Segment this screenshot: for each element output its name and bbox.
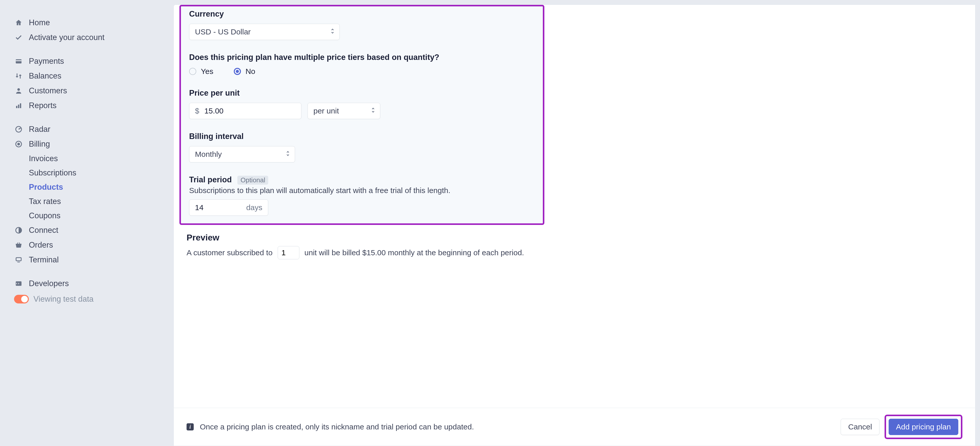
nav-radar[interactable]: Radar <box>14 122 161 136</box>
currency-symbol: $ <box>195 106 199 115</box>
add-pricing-plan-button[interactable]: Add pricing plan <box>889 419 958 435</box>
radio-label: No <box>245 67 255 76</box>
nav-reports[interactable]: Reports <box>14 98 161 113</box>
nav-balances[interactable]: Balances <box>14 68 161 83</box>
svg-rect-5 <box>20 103 21 108</box>
wallet-icon <box>14 57 23 66</box>
nav-home[interactable]: Home <box>14 15 161 30</box>
nav-activate[interactable]: Activate your account <box>14 30 161 45</box>
main-panel: Currency USD - US Dollar Does this prici… <box>173 5 975 446</box>
preview-title: Preview <box>186 233 963 243</box>
trial-label: Trial period <box>189 175 232 184</box>
currency-label: Currency <box>189 10 535 19</box>
preview-unit-input[interactable] <box>282 248 296 257</box>
sub-coupons[interactable]: Coupons <box>14 209 161 223</box>
billing-icon <box>14 140 23 149</box>
cancel-button[interactable]: Cancel <box>841 419 879 435</box>
radio-yes[interactable]: Yes <box>189 67 213 76</box>
preview-suffix: unit will be billed $15.00 monthly at th… <box>304 248 524 257</box>
svg-rect-11 <box>18 262 20 263</box>
price-input[interactable] <box>204 106 296 115</box>
chart-icon <box>14 101 23 110</box>
svg-rect-10 <box>16 257 21 261</box>
svg-point-8 <box>18 143 20 145</box>
info-icon: i <box>186 423 194 430</box>
nav-label: Reports <box>29 101 57 110</box>
submit-highlight: Add pricing plan <box>885 415 963 439</box>
test-mode-row: Viewing test data <box>14 291 161 307</box>
svg-rect-3 <box>16 106 18 108</box>
nav-label: Terminal <box>29 255 59 264</box>
nav-terminal[interactable]: Terminal <box>14 252 161 267</box>
preview-section: Preview A customer subscribed to unit wi… <box>174 225 975 264</box>
terminal-icon <box>14 256 23 264</box>
radio-icon <box>189 68 196 75</box>
basket-icon <box>14 241 23 250</box>
footer: i Once a pricing plan is created, only i… <box>174 408 975 446</box>
nav-label: Radar <box>29 125 50 134</box>
optional-badge: Optional <box>237 176 268 185</box>
radio-no[interactable]: No <box>234 67 255 76</box>
trial-help: Subscriptions to this plan will automati… <box>189 186 535 195</box>
nav-label: Home <box>29 18 50 27</box>
unit-select[interactable]: per unit <box>307 103 380 119</box>
nav-connect[interactable]: Connect <box>14 223 161 238</box>
sub-invoices[interactable]: Invoices <box>14 151 161 166</box>
test-mode-label: Viewing test data <box>33 295 94 304</box>
nav-orders[interactable]: Orders <box>14 238 161 252</box>
nav-label: Payments <box>29 57 64 66</box>
tiers-label: Does this pricing plan have multiple pri… <box>189 53 535 62</box>
nav-label: Connect <box>29 226 58 235</box>
code-icon <box>14 279 23 288</box>
connect-icon <box>14 226 23 235</box>
pricing-form-highlight: Currency USD - US Dollar Does this prici… <box>180 5 544 225</box>
nav-billing[interactable]: Billing <box>14 136 161 151</box>
sub-subscriptions[interactable]: Subscriptions <box>14 166 161 180</box>
nav-payments[interactable]: Payments <box>14 54 161 68</box>
svg-point-2 <box>18 88 20 91</box>
nav-label: Orders <box>29 240 53 250</box>
price-label: Price per unit <box>189 89 535 98</box>
nav-customers[interactable]: Customers <box>14 83 161 98</box>
svg-rect-4 <box>18 105 19 108</box>
preview-prefix: A customer subscribed to <box>186 248 272 257</box>
svg-rect-0 <box>16 59 21 63</box>
radio-label: Yes <box>201 67 213 76</box>
preview-unit-input-wrap[interactable] <box>278 246 299 259</box>
sub-products[interactable]: Products <box>14 180 161 194</box>
trial-input[interactable] <box>195 203 213 212</box>
sidebar: Home Activate your account Payments Bala… <box>0 0 173 446</box>
interval-label: Billing interval <box>189 132 535 141</box>
svg-rect-1 <box>16 60 21 61</box>
radio-icon-checked <box>234 68 241 75</box>
radar-icon <box>14 125 23 134</box>
price-input-wrap[interactable]: $ <box>189 103 301 119</box>
trial-input-wrap[interactable]: days <box>189 199 268 216</box>
nav-label: Billing <box>29 140 50 149</box>
nav-label: Customers <box>29 86 67 95</box>
currency-select[interactable]: USD - US Dollar <box>189 24 340 40</box>
footer-note: Once a pricing plan is created, only its… <box>200 422 841 431</box>
check-icon <box>14 33 23 42</box>
interval-select[interactable]: Monthly <box>189 146 295 162</box>
sub-tax-rates[interactable]: Tax rates <box>14 194 161 209</box>
nav-developers[interactable]: Developers <box>14 276 161 291</box>
trial-suffix: days <box>246 203 262 212</box>
person-icon <box>14 86 23 95</box>
home-icon <box>14 18 23 27</box>
test-mode-toggle[interactable] <box>14 295 29 303</box>
nav-label: Developers <box>29 279 69 288</box>
nav-label: Activate your account <box>29 33 104 42</box>
transfer-icon <box>14 71 23 81</box>
nav-label: Balances <box>29 71 62 81</box>
